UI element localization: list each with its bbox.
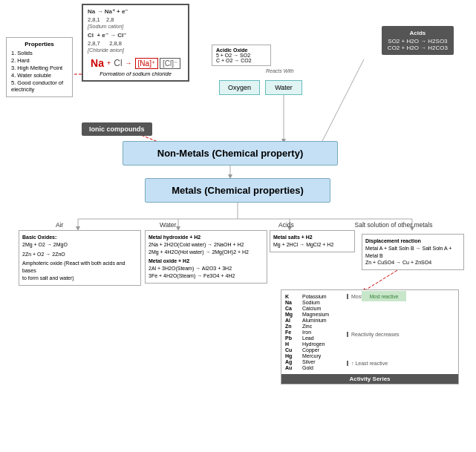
nacl-label2: [Chloride anion]: [88, 48, 183, 53]
nacl-formation: Formation of sodium chloride: [88, 71, 183, 77]
nacl-config1: 2,8,1 2,8: [88, 16, 183, 23]
nonmetals-box: Non-Metals (Chemical property): [123, 141, 338, 166]
metals-box: Metals (Chemical properties): [145, 178, 330, 203]
name-K: Potassium: [302, 294, 343, 299]
water-line-3: Metal oxide + H2: [149, 258, 264, 265]
nacl-eq1: Na → Na⁺ + e⁻: [88, 8, 183, 15]
water-line-1: 2Na + 2H2O(Cold water) → 2NaOH + H2: [149, 241, 264, 249]
properties-box: Properties 1. Solids 2. Hard 3. High Mel…: [6, 37, 73, 97]
symbol-Na: Na: [285, 300, 299, 305]
displacement-line-2: Zn + CuSO4 → Cu + ZnSO4: [365, 259, 460, 266]
oxygen-label: Oxygen: [228, 84, 251, 91]
metals-label: Metals (Chemical properties): [172, 185, 304, 196]
ionic-compounds-box: Ionic compounds: [82, 122, 152, 136]
name-Zn: Zinc: [302, 324, 343, 329]
property-3: 3. High Melting Point: [11, 65, 68, 71]
oxygen-box: Oxygen: [219, 80, 260, 95]
water-box: Water: [265, 80, 302, 95]
displacement-line-1: Metal A + Salt Soln B → Salt Soln A + Me…: [365, 245, 460, 260]
activity-series-inner: K Na Ca Mg Al Zn Fe Pb H Cu Hg Ag Au Pot…: [281, 290, 458, 374]
air-line-3: 2Zn + O2 → 2ZnO: [22, 251, 137, 258]
name-Ag: Silver: [302, 359, 343, 364]
reactivity-col: Most reactive Reactivity decreases ↑ Lea…: [347, 294, 400, 370]
acids-top-eq2: CO2 + H2O → H2CO3: [388, 45, 448, 51]
acids-line-1: Mg + 2HCl → MgCl2 + H2: [273, 241, 351, 249]
name-Cu: Copper: [302, 347, 343, 353]
diagram-container: Properties 1. Solids 2. Hard 3. High Mel…: [0, 0, 476, 452]
header-water: Water: [160, 221, 176, 229]
properties-title: Properties: [11, 41, 68, 48]
ionic-label: Ionic compounds: [89, 125, 145, 133]
acids-top-box: Acids SO2 + H2O → H2SO3 CO2 + H2O → H2CO…: [382, 26, 454, 55]
air-line-6: to form salt and water): [22, 275, 137, 282]
nonmetals-label: Non-Metals (Chemical property): [157, 148, 303, 159]
water-line-5: 3Fe + 4H2O(Steam) → Fe3O4 + 4H2: [149, 272, 264, 280]
name-Fe: Iron: [302, 330, 343, 335]
symbol-Al: Al: [285, 318, 299, 323]
symbols-col: K Na Ca Mg Al Zn Fe Pb H Cu Hg Ag Au: [285, 294, 299, 370]
nacl-config2: 2,8,7 2,8,8: [88, 40, 183, 47]
displacement-title: Displacement reaction: [365, 238, 460, 245]
nacl-eq2: Cl + e⁻ → Cl⁻: [88, 32, 183, 39]
header-salt: Salt solution of other metals: [349, 221, 438, 229]
displacement-box: Displacement reaction Metal A + Salt Sol…: [362, 234, 464, 270]
water-line-4: 2Al + 3H2O(Steam) → Al2O3 + 3H2: [149, 265, 264, 272]
svg-line-3: [319, 59, 364, 147]
name-Au: Gold: [302, 365, 343, 370]
symbol-Au: Au: [285, 365, 299, 370]
nacl-diagram: Na + Cl → [Na]⁺ [Cl]⁻: [88, 57, 183, 69]
name-Mg: Magnesium: [302, 312, 343, 317]
symbol-Fe: Fe: [285, 330, 299, 335]
symbol-Zn: Zn: [285, 324, 299, 329]
nacl-box: Na → Na⁺ + e⁻ 2,8,1 2,8 [Sodium cation] …: [82, 4, 189, 82]
air-line-5: Amphoteric oxide (React with both acids …: [22, 260, 137, 275]
air-content-box: Basic Oxides: 2Mg + O2 → 2MgO 2Zn + O2 →…: [19, 230, 141, 286]
name-Ca: Calcium: [302, 306, 343, 311]
air-line-1: 2Mg + O2 → 2MgO: [22, 241, 137, 249]
header-acids: Acids: [278, 221, 294, 229]
symbol-Ca: Ca: [285, 306, 299, 311]
water-content-title: Metal hydroxide + H2: [149, 234, 264, 241]
symbol-K: K: [285, 294, 299, 299]
acidic-oxide-eq1: 5 + O2 → SO2: [216, 53, 267, 58]
name-Al: Aluminium: [302, 318, 343, 323]
name-Na: Sodium: [302, 300, 343, 305]
acidic-oxide-eq2: C + O2 → CO2: [216, 58, 267, 63]
property-2: 2. Hard: [11, 57, 68, 64]
water-label: Water: [275, 84, 293, 91]
activity-series-footer: Activity Series: [281, 374, 458, 384]
acidic-oxide-box: Acidic Oxide 5 + O2 → SO2 C + O2 → CO2: [212, 45, 271, 66]
header-air: Air: [56, 221, 63, 229]
acidic-oxide-title: Acidic Oxide: [216, 48, 267, 53]
water-line-2: 2Mg + 4H2O(Hot water) → 2Mg(OH)2 + H2: [149, 249, 264, 256]
air-content-title: Basic Oxides:: [22, 234, 137, 241]
reactivity-decreases-label: Reactivity decreases: [347, 332, 400, 337]
name-Hg: Mercury: [302, 353, 343, 358]
acids-top-title: Acids: [388, 30, 448, 36]
least-reactive-label: ↑ Least reactive: [347, 361, 400, 366]
most-reactive-green: Most reactive: [362, 291, 406, 301]
name-Pb: Lead: [302, 335, 343, 341]
symbol-Pb: Pb: [285, 335, 299, 341]
most-reactive-green-label: Most reactive: [370, 294, 399, 299]
symbol-H: H: [285, 341, 299, 347]
react-with-label: Reacts With: [266, 68, 294, 73]
name-H: Hydrogen: [302, 341, 343, 347]
symbol-Cu: Cu: [285, 347, 299, 353]
property-5: 5. Good conductor of electricity: [11, 79, 68, 93]
symbol-Mg: Mg: [285, 312, 299, 317]
acids-content-title: Metal salts + H2: [273, 234, 351, 241]
nacl-label1: [Sodium cation]: [88, 24, 183, 29]
property-4: 4. Water soluble: [11, 72, 68, 79]
acids-content-box: Metal salts + H2 Mg + 2HCl → MgCl2 + H2: [270, 230, 355, 252]
acids-top-eq1: SO2 + H2O → H2SO3: [388, 38, 448, 45]
symbol-Ag: Ag: [285, 359, 299, 364]
symbol-Hg: Hg: [285, 353, 299, 358]
activity-series-box: K Na Ca Mg Al Zn Fe Pb H Cu Hg Ag Au Pot…: [281, 289, 459, 384]
names-col: Potassium Sodium Calcium Magnesium Alumi…: [302, 294, 343, 370]
property-1: 1. Solids: [11, 50, 68, 56]
water-content-box: Metal hydroxide + H2 2Na + 2H2O(Cold wat…: [145, 230, 267, 284]
